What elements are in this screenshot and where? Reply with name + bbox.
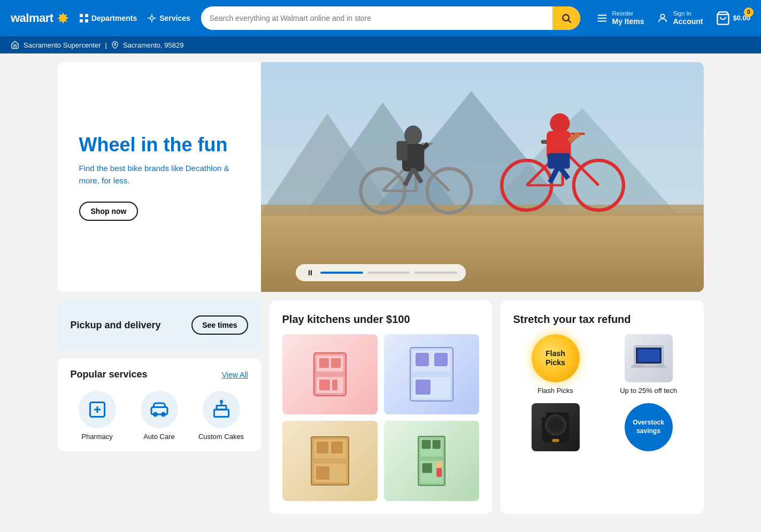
- right-column: Stretch your tax refund FlashPicks Flash…: [501, 300, 704, 514]
- reorder-button[interactable]: Reorder My Items: [596, 10, 644, 26]
- airfryer-svg: [537, 407, 574, 448]
- svg-point-98: [548, 418, 562, 431]
- cakes-label: Custom Cakes: [198, 433, 244, 441]
- carousel-dot-active: [320, 272, 363, 274]
- search-icon: [561, 13, 572, 24]
- wood-kitchen-svg: [309, 434, 351, 488]
- cake-icon: [212, 400, 231, 419]
- overstock-text: Overstock savings: [629, 419, 668, 435]
- hero-banner: Wheel in the fun Find the best bike bran…: [58, 62, 704, 292]
- services-header: Popular services View All: [71, 369, 248, 380]
- svg-point-88: [435, 461, 442, 468]
- svg-rect-68: [319, 380, 330, 390]
- departments-button[interactable]: Departments: [80, 14, 137, 22]
- product-thumb-3[interactable]: [282, 421, 378, 501]
- svg-line-10: [568, 20, 571, 23]
- svg-point-11: [661, 14, 665, 18]
- tax-grid: FlashPicks Flash Picks: [513, 334, 691, 456]
- overstock-circle: Overstock savings: [625, 403, 673, 451]
- tax-refund-title: Stretch your tax refund: [513, 313, 691, 326]
- svg-rect-60: [217, 406, 226, 410]
- location-link[interactable]: Sacramento, 95829: [123, 41, 183, 49]
- svg-point-4: [150, 17, 153, 20]
- flash-picks-text: FlashPicks: [545, 349, 565, 367]
- svg-rect-1: [85, 14, 88, 17]
- bike-scene-svg: [261, 62, 704, 292]
- svg-rect-78: [317, 442, 328, 453]
- location-bar: Sacramento Supercenter | Sacramento, 958…: [0, 36, 761, 53]
- svg-rect-95: [643, 364, 655, 366]
- product-thumb-4[interactable]: [384, 421, 479, 501]
- blue-kitchen-svg: [408, 345, 456, 404]
- autocare-icon-circle: [141, 391, 178, 428]
- svg-rect-73: [434, 353, 448, 366]
- services-title: Popular services: [71, 369, 148, 380]
- overstock-item[interactable]: Overstock savings: [606, 403, 691, 456]
- car-icon: [150, 400, 169, 419]
- flash-picks-label: Flash Picks: [537, 387, 573, 395]
- walmart-logo[interactable]: walmart ✸: [11, 10, 69, 27]
- product-thumb-1[interactable]: [282, 334, 378, 414]
- logo-text: walmart: [11, 11, 53, 25]
- cart-button[interactable]: 0 $0.00: [716, 11, 750, 26]
- services-button[interactable]: Services: [148, 14, 190, 22]
- home-icon: [11, 41, 19, 49]
- services-grid: Pharmacy Auto Care: [71, 391, 248, 441]
- service-item-autocare[interactable]: Auto Care: [133, 391, 186, 441]
- tech-deals-item[interactable]: Up to 25% off tech: [606, 334, 691, 395]
- svg-rect-100: [542, 412, 546, 417]
- green-kitchen-svg: [413, 434, 450, 488]
- store-link[interactable]: Sacramento Supercenter: [24, 41, 101, 49]
- product-thumb-2[interactable]: [384, 334, 479, 414]
- pharmacy-icon: [88, 400, 107, 419]
- svg-rect-0: [80, 14, 83, 17]
- search-input[interactable]: [201, 6, 552, 30]
- airfryer-thumb: [532, 403, 580, 451]
- svg-rect-59: [214, 410, 228, 417]
- left-column: Pickup and delivery See times Popular se…: [58, 300, 261, 514]
- svg-rect-99: [552, 439, 559, 442]
- view-all-link[interactable]: View All: [222, 371, 248, 379]
- shop-now-button[interactable]: Shop now: [79, 202, 139, 221]
- flash-picks-item[interactable]: FlashPicks Flash Picks: [513, 334, 598, 395]
- svg-rect-81: [316, 466, 329, 480]
- svg-rect-2: [80, 19, 83, 22]
- svg-point-13: [114, 43, 116, 45]
- location-separator: |: [105, 41, 107, 49]
- svg-rect-93: [638, 350, 659, 361]
- carousel-dot-3: [414, 272, 457, 274]
- services-card: Popular services View All Pharmacy: [58, 358, 261, 451]
- reorder-icon: [596, 12, 608, 24]
- service-item-cakes[interactable]: Custom Cakes: [195, 391, 248, 441]
- svg-rect-66: [331, 358, 341, 368]
- flash-picks-circle: FlashPicks: [532, 334, 580, 382]
- autocare-label: Auto Care: [143, 433, 175, 441]
- services-icon: [148, 14, 156, 22]
- airfryer-item[interactable]: [513, 403, 598, 456]
- svg-rect-75: [416, 380, 431, 395]
- header: walmart ✸ Departments Services: [0, 0, 761, 36]
- signin-button[interactable]: Sign In Account: [657, 10, 703, 26]
- hero-image: [261, 62, 704, 292]
- main-content: Wheel in the fun Find the best bike bran…: [49, 53, 712, 522]
- carousel-pause-button[interactable]: ⏸: [304, 268, 316, 277]
- hero-title: Wheel in the fun: [79, 133, 240, 156]
- person-icon: [657, 12, 668, 24]
- see-times-button[interactable]: See times: [191, 315, 248, 335]
- svg-rect-3: [85, 19, 88, 22]
- svg-rect-72: [416, 353, 429, 366]
- svg-point-9: [563, 14, 569, 21]
- svg-rect-87: [422, 463, 432, 473]
- bottom-grid: Pickup and delivery See times Popular se…: [58, 300, 704, 514]
- service-item-pharmacy[interactable]: Pharmacy: [71, 391, 124, 441]
- departments-icon: [80, 14, 88, 22]
- pharmacy-label: Pharmacy: [81, 433, 113, 441]
- svg-rect-20: [261, 205, 704, 216]
- pharmacy-icon-circle: [79, 391, 116, 428]
- header-actions: Reorder My Items Sign In Account 0: [596, 10, 750, 26]
- search-button[interactable]: [552, 6, 580, 30]
- carousel-dot-2: [367, 272, 410, 274]
- svg-rect-65: [319, 358, 329, 368]
- svg-rect-85: [432, 440, 440, 449]
- products-grid: [282, 334, 479, 501]
